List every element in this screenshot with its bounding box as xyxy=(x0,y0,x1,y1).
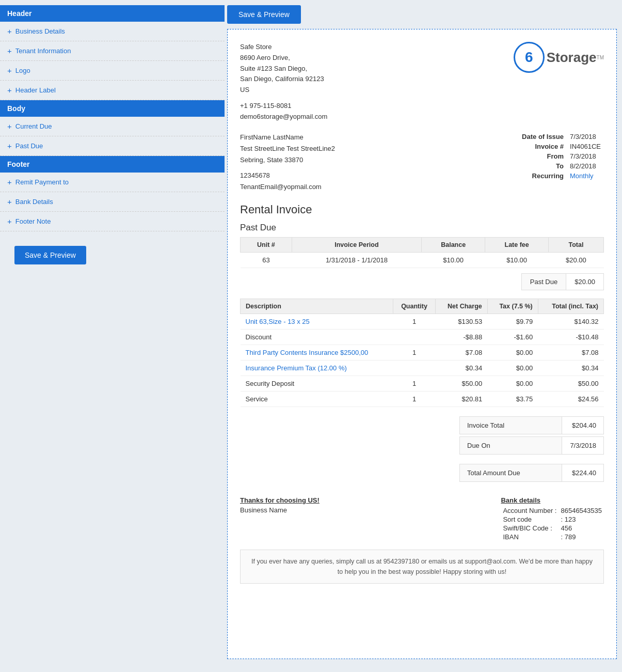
tenant-info: FirstName LastName Test StreetLine Test … xyxy=(240,132,335,193)
sidebar-item-label: Current Due xyxy=(15,122,52,130)
sidebar-item-label: Footer Note xyxy=(15,217,51,225)
charge-total: $50.00 xyxy=(538,376,603,392)
charge-net: $50.00 xyxy=(436,376,488,392)
charge-description: Third Party Contents Insurance $2500,00 xyxy=(241,345,393,361)
past-due-total-value: $20.00 xyxy=(566,274,603,290)
plus-icon: + xyxy=(7,66,12,75)
charge-description: Insurance Premium Tax (12.00 %) xyxy=(241,361,393,376)
invoice-container: Safe Store 8690 Aero Drive, Suite #123 S… xyxy=(227,29,617,659)
footer-note: If you ever have any queries, simply cal… xyxy=(240,550,604,584)
charge-tax: $0.00 xyxy=(487,361,538,376)
main-panel: Save & Preview Safe Store 8690 Aero Driv… xyxy=(225,0,622,672)
invoice-total-value: $204.40 xyxy=(562,417,603,434)
invoice-total-label: Invoice Total xyxy=(460,417,562,434)
due-on-label: Due On xyxy=(460,437,562,454)
sidebar-item-label: Remit Payment to xyxy=(15,178,69,186)
invoice-num-label: Invoice # xyxy=(519,142,567,151)
charge-tax: -$1.60 xyxy=(487,330,538,345)
charge-total: $0.34 xyxy=(538,361,603,376)
table-row: Discount -$8.88 -$1.60 -$10.48 xyxy=(241,330,604,345)
past-due-title: Past Due xyxy=(240,223,604,233)
charge-description: Service xyxy=(241,392,393,407)
tenant-address2: Sebring, State 33870 xyxy=(240,154,335,166)
col-description: Description xyxy=(241,299,393,314)
sidebar-item-remit-payment[interactable]: + Remit Payment to xyxy=(0,173,225,192)
charge-qty: 1 xyxy=(393,376,435,392)
charge-qty: 1 xyxy=(393,392,435,407)
charge-tax: $0.00 xyxy=(487,376,538,392)
cell-balance: $10.00 xyxy=(421,253,485,268)
col-balance: Balance xyxy=(421,238,485,253)
table-row: 63 1/31/2018 - 1/1/2018 $10.00 $10.00 $2… xyxy=(241,253,604,268)
to-label: To xyxy=(519,161,567,171)
business-address1: 8690 Aero Drive, xyxy=(240,53,327,64)
past-due-table: Unit # Invoice Period Balance Late fee T… xyxy=(240,237,604,268)
sidebar-save-preview-button[interactable]: Save & Preview xyxy=(14,246,86,264)
invoice-total-box: Invoice Total $204.40 xyxy=(459,416,604,434)
sidebar-section-footer-header: Footer xyxy=(0,156,225,173)
sidebar-item-logo[interactable]: + Logo xyxy=(0,61,225,81)
business-name-label: Business Name xyxy=(240,506,320,514)
logo-tm: TM xyxy=(597,54,604,60)
total-amount-due-box: Total Amount Due $224.40 xyxy=(459,464,604,482)
iban-value: : 789 xyxy=(559,533,604,541)
logo-area: 6 StorageTM xyxy=(514,42,604,73)
logo-text-area: StorageTM xyxy=(547,50,604,66)
sidebar: Header + Business Details + Tenant Infor… xyxy=(0,0,225,672)
thanks-label: Thanks for choosing US! xyxy=(240,496,320,504)
invoice-header: Safe Store 8690 Aero Drive, Suite #123 S… xyxy=(240,42,604,122)
plus-icon: + xyxy=(7,178,12,186)
sidebar-item-past-due[interactable]: + Past Due xyxy=(0,136,225,156)
table-row: Third Party Contents Insurance $2500,00 … xyxy=(241,345,604,361)
past-due-total: Past Due $20.00 xyxy=(240,273,604,290)
sidebar-item-footer-note[interactable]: + Footer Note xyxy=(0,212,225,231)
cell-total: $20.00 xyxy=(548,253,603,268)
sidebar-item-label: Logo xyxy=(15,67,30,74)
business-info: Safe Store 8690 Aero Drive, Suite #123 S… xyxy=(240,42,327,122)
cell-unit: 63 xyxy=(241,253,292,268)
charge-qty xyxy=(393,330,435,345)
charge-tax: $9.79 xyxy=(487,314,538,330)
sort-code-value: : 123 xyxy=(559,515,604,524)
sidebar-item-label: Bank Details xyxy=(15,198,53,206)
top-save-preview-button[interactable]: Save & Preview xyxy=(227,5,301,24)
to-value: 8/2/2018 xyxy=(567,161,604,171)
charge-total: $140.32 xyxy=(538,314,603,330)
col-unit: Unit # xyxy=(241,238,292,253)
charge-net: $20.81 xyxy=(436,392,488,407)
account-number-label: Account Number : xyxy=(501,506,559,515)
table-row: Insurance Premium Tax (12.00 %) $0.34 $0… xyxy=(241,361,604,376)
col-quantity: Quantity xyxy=(393,299,435,314)
sidebar-item-label: Header Label xyxy=(15,86,56,94)
sidebar-section-body-header: Body xyxy=(0,100,225,117)
col-tax: Tax (7.5 %) xyxy=(487,299,538,314)
swift-value: 456 xyxy=(559,524,604,533)
bank-title: Bank details xyxy=(501,496,604,504)
iban-label: IBAN xyxy=(501,533,559,541)
charge-description: Unit 63,Size - 13 x 25 xyxy=(241,314,393,330)
business-address2: Suite #123 San Diego, xyxy=(240,64,327,74)
charges-table: Description Quantity Net Charge Tax (7.5… xyxy=(240,299,604,407)
total-amount-due-label: Total Amount Due xyxy=(460,464,562,481)
charge-description: Security Deposit xyxy=(241,376,393,392)
charge-total: $7.08 xyxy=(538,345,603,361)
sidebar-item-label: Business Details xyxy=(15,27,65,35)
plus-icon: + xyxy=(7,86,12,95)
sidebar-item-business-details[interactable]: + Business Details xyxy=(0,22,225,41)
due-on-box: Due On 7/3/2018 xyxy=(459,436,604,455)
sidebar-item-label: Past Due xyxy=(15,142,43,150)
sidebar-item-current-due[interactable]: + Current Due xyxy=(0,117,225,136)
logo-text: Storage xyxy=(547,50,597,65)
sidebar-item-tenant-information[interactable]: + Tenant Information xyxy=(0,41,225,61)
cell-period: 1/31/2018 - 1/1/2018 xyxy=(292,253,421,268)
past-due-total-box: Past Due $20.00 xyxy=(521,273,604,290)
footer-right: Bank details Account Number : 8654654353… xyxy=(501,496,604,541)
col-total: Total xyxy=(548,238,603,253)
col-late-fee: Late fee xyxy=(485,238,548,253)
charge-qty: 1 xyxy=(393,345,435,361)
tenant-address1: Test StreetLine Test StreetLine2 xyxy=(240,143,335,154)
sidebar-item-bank-details[interactable]: + Bank Details xyxy=(0,192,225,212)
tenant-phone: 12345678 xyxy=(240,170,335,181)
sidebar-item-header-label[interactable]: + Header Label xyxy=(0,81,225,100)
charge-net: $7.08 xyxy=(436,345,488,361)
